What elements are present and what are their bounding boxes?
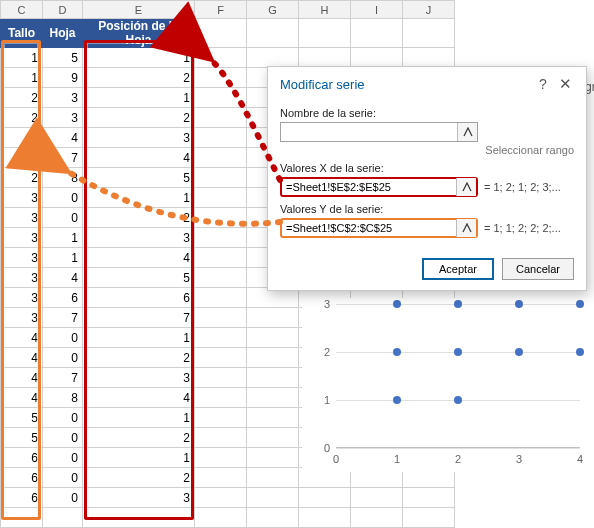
x-values-preview: = 1; 2; 1; 2; 3;... [484, 181, 561, 193]
cell-hoja[interactable]: 0 [43, 348, 83, 368]
cell-hoja[interactable]: 6 [43, 288, 83, 308]
cell-hoja[interactable]: 0 [43, 408, 83, 428]
cell-posicion[interactable]: 1 [83, 188, 195, 208]
data-header-row: TalloHojaPosición de la Hoja [1, 19, 455, 48]
y-values-input-wrap [280, 218, 478, 238]
cell-hoja[interactable]: 0 [43, 468, 83, 488]
cell-tallo[interactable]: 2 [1, 88, 43, 108]
cell-posicion[interactable]: 4 [83, 388, 195, 408]
cell-tallo[interactable]: 2 [1, 128, 43, 148]
cell-tallo[interactable]: 4 [1, 348, 43, 368]
cell-tallo[interactable]: 4 [1, 328, 43, 348]
close-button[interactable]: ✕ [554, 75, 576, 93]
cell-posicion[interactable]: 1 [83, 408, 195, 428]
cell-posicion[interactable]: 5 [83, 268, 195, 288]
x-values-input[interactable] [282, 178, 456, 196]
cell-tallo[interactable]: 3 [1, 248, 43, 268]
range-picker-icon[interactable] [456, 219, 476, 237]
table-row[interactable] [1, 508, 455, 528]
cell-hoja[interactable]: 7 [43, 308, 83, 328]
cell-tallo[interactable]: 3 [1, 268, 43, 288]
cell-hoja[interactable]: 1 [43, 248, 83, 268]
cell-tallo[interactable]: 6 [1, 468, 43, 488]
cell-hoja[interactable]: 4 [43, 128, 83, 148]
x-tick-label: 2 [455, 453, 461, 465]
cell-hoja[interactable]: 5 [43, 48, 83, 68]
cell-posicion[interactable]: 2 [83, 428, 195, 448]
col-header-g[interactable]: G [247, 1, 299, 19]
cell-posicion[interactable]: 6 [83, 288, 195, 308]
cell-hoja[interactable]: 8 [43, 168, 83, 188]
cell-tallo[interactable]: 6 [1, 448, 43, 468]
col-header-j[interactable]: J [403, 1, 455, 19]
cell-hoja[interactable]: 3 [43, 108, 83, 128]
cell-posicion[interactable]: 2 [83, 468, 195, 488]
cell-posicion[interactable]: 1 [83, 48, 195, 68]
cell-hoja[interactable]: 0 [43, 448, 83, 468]
cell-hoja[interactable]: 0 [43, 488, 83, 508]
edit-series-dialog: Modificar serie ? ✕ Nombre de la serie: … [267, 66, 587, 291]
cell-tallo[interactable]: 3 [1, 228, 43, 248]
cell-posicion[interactable]: 4 [83, 148, 195, 168]
x-tick-label: 1 [394, 453, 400, 465]
cell-tallo[interactable]: 1 [1, 68, 43, 88]
ok-button[interactable]: Aceptar [422, 258, 494, 280]
cell-tallo[interactable]: 3 [1, 188, 43, 208]
cell-hoja[interactable]: 4 [43, 268, 83, 288]
cell-posicion[interactable]: 2 [83, 348, 195, 368]
cell-tallo[interactable]: 4 [1, 368, 43, 388]
y-values-preview: = 1; 1; 2; 2; 2;... [484, 222, 561, 234]
cell-posicion[interactable]: 5 [83, 168, 195, 188]
scatter-chart[interactable]: 012301234 [302, 298, 588, 472]
cell-tallo[interactable]: 3 [1, 208, 43, 228]
cell-posicion[interactable]: 2 [83, 68, 195, 88]
help-button[interactable]: ? [532, 76, 554, 92]
series-name-input[interactable] [281, 123, 457, 141]
select-range-link[interactable]: Seleccionar rango [280, 144, 574, 156]
cell-hoja[interactable]: 1 [43, 228, 83, 248]
cell-hoja[interactable]: 0 [43, 428, 83, 448]
cell-tallo[interactable]: 3 [1, 308, 43, 328]
col-header-c[interactable]: C [1, 1, 43, 19]
cell-tallo[interactable]: 2 [1, 148, 43, 168]
cell-hoja[interactable]: 0 [43, 208, 83, 228]
cell-hoja[interactable]: 0 [43, 188, 83, 208]
cell-posicion[interactable]: 7 [83, 308, 195, 328]
cell-tallo[interactable]: 6 [1, 488, 43, 508]
cell-hoja[interactable]: 3 [43, 88, 83, 108]
range-picker-icon[interactable] [457, 123, 477, 141]
cell-posicion[interactable]: 1 [83, 88, 195, 108]
col-header-h[interactable]: H [299, 1, 351, 19]
cell-hoja[interactable]: 0 [43, 328, 83, 348]
chart-point [576, 300, 584, 308]
col-header-d[interactable]: D [43, 1, 83, 19]
y-values-input[interactable] [282, 219, 456, 237]
cell-posicion[interactable]: 1 [83, 328, 195, 348]
cell-posicion[interactable]: 2 [83, 208, 195, 228]
cell-posicion[interactable]: 4 [83, 248, 195, 268]
cell-posicion[interactable]: 2 [83, 108, 195, 128]
table-row[interactable]: 151 [1, 48, 455, 68]
cell-hoja[interactable]: 8 [43, 388, 83, 408]
cell-tallo[interactable]: 4 [1, 388, 43, 408]
range-picker-icon[interactable] [456, 178, 476, 196]
col-header-e[interactable]: E [83, 1, 195, 19]
cell-tallo[interactable]: 5 [1, 428, 43, 448]
table-row[interactable]: 603 [1, 488, 455, 508]
cell-posicion[interactable]: 3 [83, 128, 195, 148]
col-header-f[interactable]: F [195, 1, 247, 19]
col-header-i[interactable]: I [351, 1, 403, 19]
cell-hoja[interactable]: 7 [43, 148, 83, 168]
cell-posicion[interactable]: 1 [83, 448, 195, 468]
cell-posicion[interactable]: 3 [83, 368, 195, 388]
cell-tallo[interactable]: 2 [1, 168, 43, 188]
cell-hoja[interactable]: 9 [43, 68, 83, 88]
cell-hoja[interactable]: 7 [43, 368, 83, 388]
cancel-button[interactable]: Cancelar [502, 258, 574, 280]
cell-posicion[interactable]: 3 [83, 228, 195, 248]
cell-tallo[interactable]: 3 [1, 288, 43, 308]
cell-tallo[interactable]: 1 [1, 48, 43, 68]
cell-tallo[interactable]: 2 [1, 108, 43, 128]
cell-tallo[interactable]: 5 [1, 408, 43, 428]
cell-posicion[interactable]: 3 [83, 488, 195, 508]
